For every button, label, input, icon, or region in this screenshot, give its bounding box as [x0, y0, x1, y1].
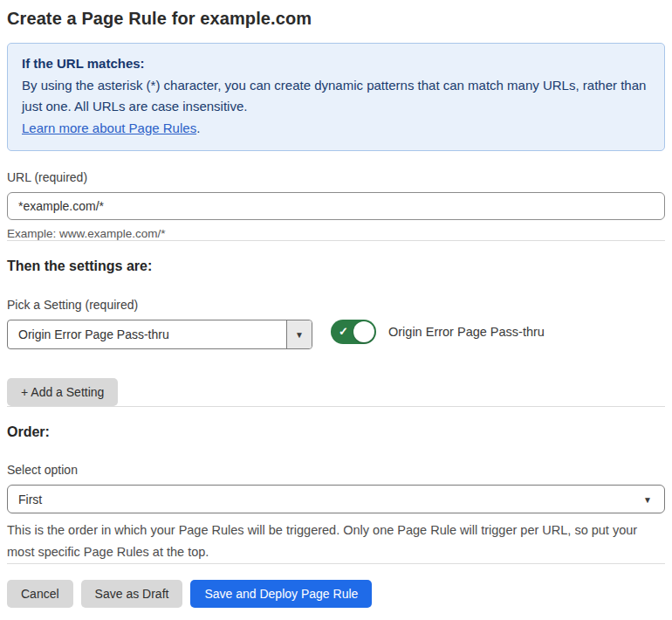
order-select-label: Select option	[7, 463, 665, 477]
url-example-helper: Example: www.example.com/*	[7, 227, 665, 240]
check-icon: ✓	[339, 325, 348, 338]
toggle-knob	[353, 321, 374, 342]
page-title: Create a Page Rule for example.com	[7, 9, 665, 29]
save-as-draft-button[interactable]: Save as Draft	[81, 580, 183, 608]
url-match-info-callout: If the URL matches: By using the asteris…	[7, 43, 665, 151]
settings-section-heading: Then the settings are:	[7, 258, 665, 274]
url-field-section: URL (required) Example: www.example.com/…	[7, 170, 665, 240]
order-select-value: First	[18, 493, 42, 506]
section-divider	[7, 240, 665, 241]
pick-setting-label: Pick a Setting (required)	[7, 298, 665, 312]
setting-select[interactable]: Origin Error Page Pass-thru ▼	[7, 320, 312, 349]
order-helper-text: This is the order in which your Page Rul…	[7, 520, 657, 563]
cancel-button[interactable]: Cancel	[7, 580, 73, 608]
section-divider	[7, 406, 665, 407]
form-action-bar: Cancel Save as Draft Save and Deploy Pag…	[7, 580, 665, 608]
url-field-label: URL (required)	[7, 170, 665, 184]
toggle-label: Origin Error Page Pass-thru	[388, 325, 545, 339]
save-and-deploy-button[interactable]: Save and Deploy Page Rule	[190, 580, 372, 608]
url-input[interactable]	[7, 192, 665, 220]
info-callout-link-line: Learn more about Page Rules.	[22, 118, 650, 140]
add-setting-button[interactable]: + Add a Setting	[7, 378, 118, 406]
info-callout-body: By using the asterisk (*) character, you…	[22, 75, 650, 118]
setting-toggle-group: ✓ Origin Error Page Pass-thru	[331, 320, 545, 344]
setting-row: Origin Error Page Pass-thru ▼ ✓ Origin E…	[7, 320, 665, 349]
chevron-down-icon: ▼	[643, 494, 652, 504]
section-divider	[7, 563, 665, 564]
setting-select-arrow-button[interactable]: ▼	[286, 320, 312, 348]
chevron-down-icon: ▼	[295, 330, 304, 340]
link-suffix-text: .	[196, 121, 200, 135]
order-select[interactable]: First ▼	[7, 485, 665, 513]
setting-select-value: Origin Error Page Pass-thru	[8, 320, 286, 348]
page-rule-form: Create a Page Rule for example.com If th…	[0, 0, 672, 608]
order-section-heading: Order:	[7, 424, 665, 440]
origin-error-toggle[interactable]: ✓	[331, 320, 376, 344]
learn-more-link[interactable]: Learn more about Page Rules	[22, 121, 196, 135]
info-callout-heading: If the URL matches:	[22, 53, 650, 75]
